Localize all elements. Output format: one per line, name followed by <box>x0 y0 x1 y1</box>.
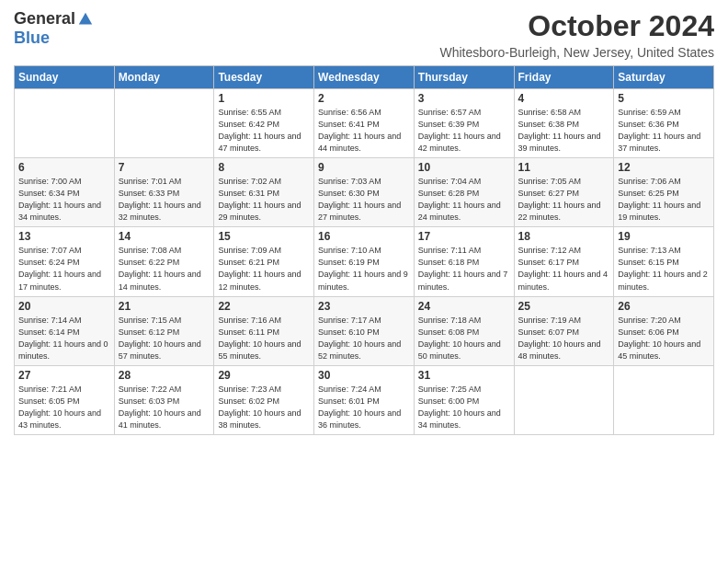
calendar-cell: 18Sunrise: 7:12 AM Sunset: 6:17 PM Dayli… <box>514 227 614 296</box>
calendar-header: SundayMondayTuesdayWednesdayThursdayFrid… <box>15 66 714 89</box>
calendar-cell: 10Sunrise: 7:04 AM Sunset: 6:28 PM Dayli… <box>414 158 514 227</box>
day-info: Sunrise: 7:06 AM Sunset: 6:25 PM Dayligh… <box>618 176 710 224</box>
week-row-3: 13Sunrise: 7:07 AM Sunset: 6:24 PM Dayli… <box>15 227 714 296</box>
calendar-cell: 15Sunrise: 7:09 AM Sunset: 6:21 PM Dayli… <box>214 227 314 296</box>
day-info: Sunrise: 7:08 AM Sunset: 6:22 PM Dayligh… <box>119 245 210 293</box>
calendar-cell <box>514 365 614 434</box>
day-header-monday: Monday <box>114 66 214 89</box>
svg-marker-0 <box>79 12 92 24</box>
day-number: 16 <box>318 230 410 243</box>
title-section: October 2024 Whitesboro-Burleigh, New Je… <box>439 9 714 60</box>
calendar-cell: 23Sunrise: 7:17 AM Sunset: 6:10 PM Dayli… <box>314 296 415 365</box>
day-info: Sunrise: 7:05 AM Sunset: 6:27 PM Dayligh… <box>518 176 610 224</box>
calendar-cell: 14Sunrise: 7:08 AM Sunset: 6:22 PM Dayli… <box>114 227 214 296</box>
day-info: Sunrise: 7:22 AM Sunset: 6:03 PM Dayligh… <box>119 384 210 431</box>
calendar-cell: 4Sunrise: 6:58 AM Sunset: 6:38 PM Daylig… <box>514 89 614 158</box>
day-number: 12 <box>618 161 710 174</box>
page-header: General Blue October 2024 Whitesboro-Bur… <box>14 9 714 60</box>
day-number: 1 <box>218 92 310 105</box>
week-row-5: 27Sunrise: 7:21 AM Sunset: 6:05 PM Dayli… <box>15 365 714 434</box>
day-info: Sunrise: 7:23 AM Sunset: 6:02 PM Dayligh… <box>218 384 310 431</box>
week-row-4: 20Sunrise: 7:14 AM Sunset: 6:14 PM Dayli… <box>15 296 714 365</box>
calendar-cell: 11Sunrise: 7:05 AM Sunset: 6:27 PM Dayli… <box>514 158 614 227</box>
day-number: 11 <box>518 161 610 174</box>
calendar-cell: 7Sunrise: 7:01 AM Sunset: 6:33 PM Daylig… <box>114 158 214 227</box>
calendar-body: 1Sunrise: 6:55 AM Sunset: 6:42 PM Daylig… <box>15 89 714 435</box>
day-header-wednesday: Wednesday <box>314 66 415 89</box>
day-header-tuesday: Tuesday <box>214 66 314 89</box>
day-info: Sunrise: 6:55 AM Sunset: 6:42 PM Dayligh… <box>218 107 310 155</box>
day-info: Sunrise: 6:57 AM Sunset: 6:39 PM Dayligh… <box>418 107 510 155</box>
day-number: 19 <box>618 230 710 243</box>
day-number: 18 <box>518 230 610 243</box>
day-number: 24 <box>418 300 510 313</box>
calendar-cell: 24Sunrise: 7:18 AM Sunset: 6:08 PM Dayli… <box>414 296 514 365</box>
calendar-cell: 30Sunrise: 7:24 AM Sunset: 6:01 PM Dayli… <box>314 365 415 434</box>
day-number: 7 <box>119 161 210 174</box>
day-number: 8 <box>218 161 310 174</box>
month-title: October 2024 <box>439 9 714 43</box>
day-info: Sunrise: 7:24 AM Sunset: 6:01 PM Dayligh… <box>318 384 410 431</box>
calendar-cell: 3Sunrise: 6:57 AM Sunset: 6:39 PM Daylig… <box>414 89 514 158</box>
day-header-sunday: Sunday <box>15 66 115 89</box>
logo: General Blue <box>14 9 94 48</box>
logo-blue: Blue <box>14 29 50 48</box>
day-number: 17 <box>418 230 510 243</box>
logo-general: General <box>14 9 75 29</box>
calendar-table: SundayMondayTuesdayWednesdayThursdayFrid… <box>14 65 714 435</box>
day-number: 2 <box>318 92 410 105</box>
day-number: 27 <box>18 369 110 382</box>
day-number: 20 <box>18 300 110 313</box>
day-info: Sunrise: 7:15 AM Sunset: 6:12 PM Dayligh… <box>119 315 210 362</box>
calendar-cell: 28Sunrise: 7:22 AM Sunset: 6:03 PM Dayli… <box>114 365 214 434</box>
day-number: 10 <box>418 161 510 174</box>
day-info: Sunrise: 7:17 AM Sunset: 6:10 PM Dayligh… <box>318 315 410 362</box>
day-info: Sunrise: 7:19 AM Sunset: 6:07 PM Dayligh… <box>518 315 610 362</box>
day-info: Sunrise: 7:21 AM Sunset: 6:05 PM Dayligh… <box>18 384 110 431</box>
calendar-cell <box>15 89 115 158</box>
day-number: 28 <box>119 369 210 382</box>
day-number: 22 <box>218 300 310 313</box>
day-header-saturday: Saturday <box>614 66 714 89</box>
day-number: 29 <box>218 369 310 382</box>
calendar-cell: 8Sunrise: 7:02 AM Sunset: 6:31 PM Daylig… <box>214 158 314 227</box>
day-number: 5 <box>618 92 710 105</box>
day-info: Sunrise: 7:20 AM Sunset: 6:06 PM Dayligh… <box>618 315 710 362</box>
day-number: 3 <box>418 92 510 105</box>
day-number: 6 <box>18 161 110 174</box>
calendar-cell: 17Sunrise: 7:11 AM Sunset: 6:18 PM Dayli… <box>414 227 514 296</box>
day-info: Sunrise: 7:04 AM Sunset: 6:28 PM Dayligh… <box>418 176 510 224</box>
day-info: Sunrise: 7:13 AM Sunset: 6:15 PM Dayligh… <box>618 245 710 293</box>
days-of-week-row: SundayMondayTuesdayWednesdayThursdayFrid… <box>15 66 714 89</box>
day-info: Sunrise: 7:03 AM Sunset: 6:30 PM Dayligh… <box>318 176 410 224</box>
day-header-friday: Friday <box>514 66 614 89</box>
day-info: Sunrise: 7:16 AM Sunset: 6:11 PM Dayligh… <box>218 315 310 362</box>
day-number: 4 <box>518 92 610 105</box>
day-info: Sunrise: 7:12 AM Sunset: 6:17 PM Dayligh… <box>518 245 610 293</box>
day-info: Sunrise: 7:02 AM Sunset: 6:31 PM Dayligh… <box>218 176 310 224</box>
week-row-1: 1Sunrise: 6:55 AM Sunset: 6:42 PM Daylig… <box>15 89 714 158</box>
calendar-cell: 5Sunrise: 6:59 AM Sunset: 6:36 PM Daylig… <box>614 89 714 158</box>
day-number: 14 <box>119 230 210 243</box>
calendar-cell: 2Sunrise: 6:56 AM Sunset: 6:41 PM Daylig… <box>314 89 415 158</box>
calendar-cell: 31Sunrise: 7:25 AM Sunset: 6:00 PM Dayli… <box>414 365 514 434</box>
calendar-cell <box>614 365 714 434</box>
day-number: 26 <box>618 300 710 313</box>
calendar-cell: 22Sunrise: 7:16 AM Sunset: 6:11 PM Dayli… <box>214 296 314 365</box>
day-info: Sunrise: 7:18 AM Sunset: 6:08 PM Dayligh… <box>418 315 510 362</box>
day-info: Sunrise: 7:11 AM Sunset: 6:18 PM Dayligh… <box>418 245 510 293</box>
day-info: Sunrise: 7:07 AM Sunset: 6:24 PM Dayligh… <box>18 245 110 293</box>
day-number: 15 <box>218 230 310 243</box>
calendar-cell: 26Sunrise: 7:20 AM Sunset: 6:06 PM Dayli… <box>614 296 714 365</box>
calendar-cell: 27Sunrise: 7:21 AM Sunset: 6:05 PM Dayli… <box>15 365 115 434</box>
day-info: Sunrise: 7:01 AM Sunset: 6:33 PM Dayligh… <box>119 176 210 224</box>
day-number: 13 <box>18 230 110 243</box>
day-number: 23 <box>318 300 410 313</box>
day-number: 9 <box>318 161 410 174</box>
day-number: 25 <box>518 300 610 313</box>
calendar-cell: 16Sunrise: 7:10 AM Sunset: 6:19 PM Dayli… <box>314 227 415 296</box>
day-info: Sunrise: 6:56 AM Sunset: 6:41 PM Dayligh… <box>318 107 410 155</box>
logo-icon <box>77 11 94 28</box>
calendar-cell: 21Sunrise: 7:15 AM Sunset: 6:12 PM Dayli… <box>114 296 214 365</box>
day-number: 31 <box>418 369 510 382</box>
